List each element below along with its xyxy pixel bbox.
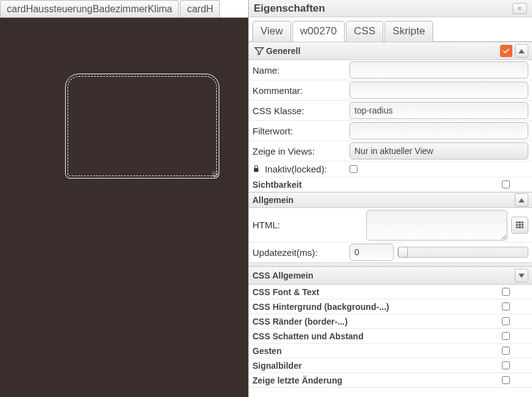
group-sichtbarkeit-title: Sichtbarkeit bbox=[252, 180, 502, 190]
row-css-bg-checkbox[interactable] bbox=[502, 303, 510, 310]
filterwort-input[interactable] bbox=[350, 122, 528, 139]
html-label: HTML: bbox=[252, 220, 350, 230]
slider-thumb[interactable] bbox=[398, 247, 408, 258]
group-allgemein-title: Allgemein bbox=[252, 195, 515, 205]
view-tab-strip: cardHaussteuerungBadezimmerKlima cardH bbox=[0, 0, 248, 18]
selected-widget[interactable] bbox=[68, 76, 217, 176]
panel-title: Eigenschaften bbox=[254, 2, 325, 15]
updatezeit-slider[interactable] bbox=[397, 247, 528, 258]
group-generell-title: Generell bbox=[266, 46, 500, 56]
updatezeit-label: Updatezeit(ms): bbox=[252, 247, 350, 258]
zeige-views-label: Zeige in Views: bbox=[252, 146, 350, 156]
row-css-shadow-checkbox[interactable] bbox=[502, 332, 510, 340]
cssklasse-label: CSS Klasse: bbox=[252, 106, 350, 116]
sichtbarkeit-checkbox[interactable] bbox=[502, 180, 510, 188]
group-generell-collapse[interactable] bbox=[515, 44, 528, 58]
group-allgemein-collapse[interactable] bbox=[515, 193, 528, 207]
tab-scripts[interactable]: Skripte bbox=[385, 21, 433, 42]
row-gesten: Gesten bbox=[252, 346, 502, 356]
cssklasse-input[interactable] bbox=[350, 102, 528, 119]
group-css-allgemein-title: CSS Allgemein bbox=[252, 271, 515, 280]
row-letzte-aenderung-checkbox[interactable] bbox=[502, 376, 510, 384]
html-textarea[interactable] bbox=[366, 210, 507, 241]
row-css-shadow: CSS Schatten und Abstand bbox=[252, 331, 502, 341]
view-tab-0[interactable]: cardHaussteuerungBadezimmerKlima bbox=[0, 0, 179, 17]
row-gesten-checkbox[interactable] bbox=[502, 347, 510, 355]
row-css-border-checkbox[interactable] bbox=[502, 317, 510, 325]
row-signalbilder: Signalbilder bbox=[252, 361, 502, 371]
row-css-font-checkbox[interactable] bbox=[502, 288, 510, 296]
filter-icon bbox=[252, 44, 266, 58]
row-css-font: CSS Font & Text bbox=[252, 287, 502, 297]
kommentar-label: Kommentar: bbox=[252, 85, 350, 96]
kommentar-input[interactable] bbox=[350, 82, 528, 99]
name-input[interactable] bbox=[350, 61, 528, 79]
filterwort-label: Filterwort: bbox=[252, 126, 350, 136]
inaktiv-checkbox[interactable] bbox=[350, 165, 358, 173]
html-edit-button[interactable] bbox=[511, 217, 528, 234]
row-css-border: CSS Ränder (border-...) bbox=[252, 317, 502, 326]
lock-icon bbox=[252, 165, 261, 172]
inaktiv-label: Inaktiv(locked): bbox=[252, 164, 350, 174]
tab-view[interactable]: View bbox=[252, 21, 291, 42]
zeige-views-select[interactable]: Nur in aktueller View bbox=[350, 142, 528, 160]
row-letzte-aenderung: Zeige letzte Änderung bbox=[252, 376, 502, 385]
row-css-bg: CSS Hintergrund (background-...) bbox=[252, 302, 502, 312]
editor-canvas[interactable] bbox=[0, 18, 248, 397]
tab-widget[interactable]: w00270 bbox=[292, 21, 345, 42]
group-generell-check-icon[interactable] bbox=[500, 45, 512, 57]
grid-icon bbox=[516, 222, 523, 229]
name-label: Name: bbox=[252, 65, 350, 75]
view-tab-1[interactable]: cardH bbox=[180, 0, 220, 17]
group-css-allgemein-collapse[interactable] bbox=[515, 269, 528, 282]
updatezeit-input[interactable] bbox=[350, 244, 394, 261]
tab-css[interactable]: CSS bbox=[346, 21, 383, 42]
row-signalbilder-checkbox[interactable] bbox=[502, 361, 510, 369]
panel-menu-button[interactable]: ≡ bbox=[512, 3, 527, 14]
